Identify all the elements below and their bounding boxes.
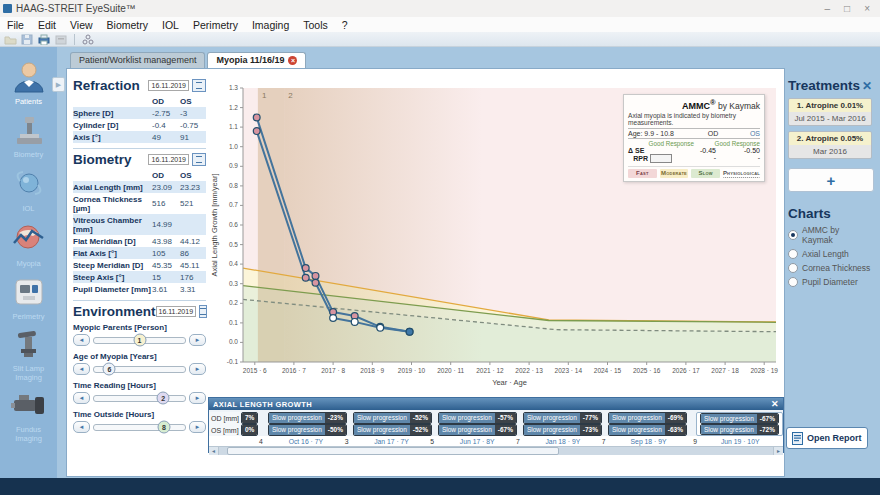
radio-icon[interactable] [788, 249, 798, 259]
growth-column[interactable]: Slow progression-67%Slow progression-72% [696, 412, 783, 436]
growth-column[interactable]: Slow progression-77%Slow progression-73% [520, 412, 605, 436]
slider-decrement-button[interactable]: ◄ [73, 392, 90, 404]
interval-months: 4 [259, 438, 263, 445]
chart-option-cornea-thickness[interactable]: Cornea Thickness [788, 263, 872, 273]
progression-badge: Slow progression-72% [700, 424, 779, 435]
slider-track[interactable]: 2 [93, 395, 186, 402]
radio-icon[interactable] [788, 263, 798, 273]
interval-months: 7 [602, 438, 606, 445]
growth-column[interactable]: Slow progression-52%Slow progression-52% [350, 412, 435, 436]
slider-decrement-button[interactable]: ◄ [73, 334, 90, 346]
menu-item-q[interactable]: ? [335, 19, 355, 31]
growth-column[interactable]: Slow progression-69%Slow progression-63% [605, 412, 690, 436]
treatment-card-1[interactable]: 1. Atropine 0.01%Jul 2015 - Mar 2016 [788, 98, 872, 126]
slider-thumb[interactable]: 1 [133, 334, 146, 347]
environment-date[interactable]: 16.11.2019 [156, 306, 197, 317]
slider-track[interactable]: 6 [93, 366, 186, 373]
progression-badge: Slow progression-63% [608, 424, 687, 436]
row-label: Cylinder [D] [73, 119, 152, 131]
biometry-date[interactable]: 16.11.2019 [148, 154, 189, 165]
network-icon[interactable] [82, 34, 95, 45]
minimize-button[interactable]: – [825, 3, 831, 14]
menu-item-view[interactable]: View [63, 19, 100, 31]
chart-option-pupil-diameter[interactable]: Pupil Diameter [788, 277, 872, 287]
radio-icon[interactable] [788, 230, 798, 240]
scroll-right-icon[interactable]: ► [773, 447, 783, 455]
slider-decrement-button[interactable]: ◄ [73, 363, 90, 375]
slider-increment-button[interactable]: ► [189, 334, 206, 346]
menu-item-biometry[interactable]: Biometry [100, 19, 155, 31]
badge-label: Slow progression [701, 414, 757, 423]
environment-menu-button[interactable] [199, 305, 207, 318]
value-od: 43.98 [152, 235, 180, 247]
menu-item-tools[interactable]: Tools [296, 19, 335, 31]
sidebar-item-myopia[interactable]: Myopia [0, 223, 57, 269]
growth-panel-close-icon[interactable]: ✕ [771, 399, 779, 409]
growth-column[interactable]: Slow progression-23%Slow progression-50% [265, 412, 350, 436]
svg-text:0.4: 0.4 [229, 260, 238, 267]
slider-thumb[interactable]: 6 [103, 363, 116, 376]
slider-track[interactable]: 8 [93, 424, 186, 431]
menu-item-imaging[interactable]: Imaging [245, 19, 296, 31]
badge-label: Slow progression [524, 425, 580, 435]
menu-item-edit[interactable]: Edit [31, 19, 63, 31]
badge-percent: -52% [410, 413, 431, 423]
slider-thumb[interactable]: 8 [158, 421, 171, 434]
sidebar-item-iol[interactable]: IOL [0, 168, 57, 214]
svg-text:2018 · 9: 2018 · 9 [360, 367, 384, 374]
table-row: Steep Meridian [D]45.3545.11 [73, 259, 206, 271]
slider-increment-button[interactable]: ► [189, 421, 206, 433]
growth-row-label: OD [mm] [211, 415, 241, 422]
slider-track[interactable]: 1 [93, 337, 186, 344]
row-label: Pupil Diameter [mm] [73, 283, 152, 295]
biometry-menu-button[interactable] [192, 153, 206, 166]
tab-close-icon[interactable]: × [288, 56, 297, 65]
tab-myopia[interactable]: Myopia 11/16/19× [207, 52, 306, 68]
open-report-button[interactable]: Open Report [786, 427, 868, 449]
sidebar-item-label: Myopia [16, 260, 40, 269]
progression-badge: Slow progression-67% [438, 424, 517, 436]
slider-decrement-button[interactable]: ◄ [73, 421, 90, 433]
sidebar-item-biometry[interactable]: Biometry [0, 116, 57, 160]
maximize-button[interactable]: □ [844, 3, 850, 14]
treatment-card-2[interactable]: 2. Atropine 0.05%Mar 2016 [788, 131, 872, 159]
slider-increment-button[interactable]: ► [189, 363, 206, 375]
refraction-menu-button[interactable] [192, 79, 206, 92]
scroll-left-icon[interactable]: ◄ [209, 447, 219, 455]
tab-patient-worklist[interactable]: Patient/Worklist management [70, 52, 205, 68]
svg-text:0.0: 0.0 [229, 338, 238, 345]
sidebar-item-slit[interactable]: Slit Lamp Imaging [0, 330, 57, 382]
app-icon [3, 4, 12, 13]
chart-option-ammc-by-kaymak[interactable]: AMMC by Kaymak [788, 225, 872, 245]
menu-item-iol[interactable]: IOL [155, 19, 186, 31]
svg-text:2017 · 8: 2017 · 8 [321, 367, 345, 374]
print-icon[interactable] [37, 34, 51, 45]
rpr-info-icon[interactable] [650, 154, 672, 163]
treatments-close-icon[interactable]: ✕ [862, 79, 872, 93]
chart-area: 121.31.21.11.00.90.80.70.60.50.40.30.20.… [208, 78, 784, 395]
refraction-date[interactable]: 16.11.2019 [148, 80, 189, 91]
slider-thumb[interactable]: 2 [157, 392, 170, 405]
ammc-response-od: Good Response [628, 140, 694, 147]
radio-icon[interactable] [788, 277, 798, 287]
ammc-rpr-label: RPR [628, 154, 672, 163]
close-button[interactable]: × [864, 3, 870, 14]
progression-badge: 7% [241, 412, 258, 424]
growth-column[interactable]: Slow progression-57%Slow progression-67% [435, 412, 520, 436]
add-treatment-button[interactable]: + [788, 168, 874, 192]
sidebar-expand-icon[interactable]: ▶ [52, 77, 65, 92]
badge-label: Slow progression [439, 425, 495, 435]
sidebar-item-perimetry[interactable]: Perimetry [0, 278, 57, 322]
chart-option-axial-length[interactable]: Axial Length [788, 249, 872, 259]
sidebar-item-patients[interactable]: Patients [0, 61, 57, 107]
growth-scrollbar[interactable]: ◄ ► [209, 446, 783, 455]
sidebar-item-fundus[interactable]: Fundus Imaging [0, 391, 57, 443]
menu-bar: FileEditViewBiometryIOLPerimetryImagingT… [0, 17, 880, 33]
menu-item-perimetry[interactable]: Perimetry [186, 19, 245, 31]
menu-item-file[interactable]: File [0, 19, 31, 31]
badge-percent: -57% [495, 413, 516, 423]
slider-increment-button[interactable]: ► [189, 392, 206, 404]
value-os: 3.31 [180, 283, 206, 295]
scroll-thumb[interactable] [227, 447, 559, 455]
progression-badge: Slow progression-77% [523, 412, 602, 424]
